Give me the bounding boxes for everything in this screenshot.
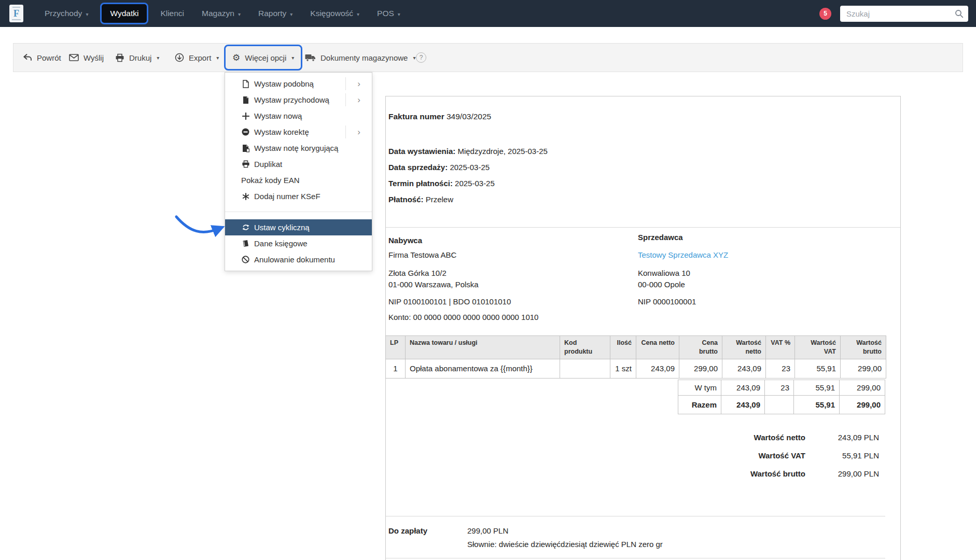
gear-icon: ⚙ [232, 53, 240, 62]
submenu-chevron-icon: › [357, 95, 360, 104]
send-button[interactable]: Wyślij [69, 44, 104, 72]
nav-item-raporty[interactable]: Raporty▾ [249, 0, 301, 27]
chevron-down-icon: ▾ [216, 55, 219, 61]
sale-date-label: Data sprzedaży: [388, 163, 448, 172]
printer-icon [115, 53, 124, 62]
total-vat-row: Wartość VAT 55,91 PLN [750, 451, 879, 461]
back-button[interactable]: Powrót [23, 44, 61, 72]
menu-divider [225, 212, 372, 212]
top-navbar: F Przychody▾ Wydatki Klienci Magazyn▾ Ra… [0, 0, 976, 27]
menu-item-dane-ksiegowe[interactable]: Dane księgowe [225, 235, 372, 251]
download-circle-icon [175, 53, 184, 62]
menu-item-anulowanie-dokumentu[interactable]: Anulowanie dokumentu [225, 251, 372, 268]
more-options-menu: Wystaw podobną › Wystaw przychodową › Wy… [225, 72, 372, 271]
export-button[interactable]: Export ▾ [175, 44, 219, 72]
submenu-chevron-icon: › [357, 79, 360, 88]
invoice-items-table: LP Nazwa towaru / usługi Kod produktu Il… [385, 335, 886, 379]
menu-item-wystaw-podobna[interactable]: Wystaw podobną › [225, 76, 372, 92]
nav-item-wydatki[interactable]: Wydatki [100, 3, 148, 24]
seller-header: Sprzedawca [638, 233, 683, 242]
nav-item-magazyn[interactable]: Magazyn▾ [193, 0, 249, 27]
menu-item-wystaw-nowa[interactable]: Wystaw nową [225, 108, 372, 124]
menu-item-pokaz-kody-ean[interactable]: Pokaż kody EAN [225, 172, 372, 188]
due-date-label: Termin płatności: [388, 179, 453, 188]
back-arrow-icon [23, 53, 32, 62]
submenu-chevron-icon: › [357, 128, 360, 136]
invoice-number: 349/03/2025 [447, 112, 491, 121]
seller-tax-id: NIP 0000100001 [638, 297, 696, 306]
chevron-down-icon: ▾ [86, 11, 88, 17]
invoice-dates: Data wystawienia: Międzyzdroje, 2025-03-… [388, 146, 548, 210]
more-options-button[interactable]: ⚙ Więcej opcji ▾ [224, 45, 302, 71]
envelope-icon [69, 54, 79, 61]
total-netto-row: Wartość netto 243,09 PLN [750, 432, 879, 443]
issue-date-label: Data wystawienia: [388, 147, 455, 156]
buyer-tax-id: NIP 0100100101 | BDO 010101010 [388, 297, 511, 306]
amount-due-label: Do zapłaty [388, 524, 467, 551]
print-button[interactable]: Drukuj ▾ [115, 44, 159, 72]
menu-separator [345, 93, 346, 106]
issue-date-value: Międzyzdroje, 2025-03-25 [457, 147, 547, 156]
due-date-value: 2025-03-25 [455, 179, 495, 188]
buyer-name: Firma Testowa ABC [388, 250, 456, 259]
main-menu: Przychody▾ Wydatki Klienci Magazyn▾ Rapo… [36, 0, 409, 27]
total-brutto-row: Wartość brutto 299,00 PLN [750, 469, 879, 479]
invoice-totals: Wartość netto 243,09 PLN Wartość VAT 55,… [750, 432, 879, 487]
invoice-number-label: Faktura numer [388, 112, 444, 121]
refresh-icon [241, 223, 250, 231]
menu-item-wystaw-przychodowa[interactable]: Wystaw przychodową › [225, 92, 372, 108]
buyer-account: Konto: 00 0000 0000 0000 0000 0000 1010 [388, 313, 538, 321]
logo-letter: F [13, 8, 19, 19]
invoice-preview: Faktura numer 349/03/2025 Data wystawien… [385, 96, 901, 560]
help-button[interactable]: ? [416, 44, 426, 72]
sale-date-value: 2025-03-25 [450, 163, 490, 172]
vat-summary-table: W tym 243,09 23 55,91 299,00 Razem 243,0… [678, 380, 885, 414]
razem-row: Razem 243,09 55,91 299,00 [678, 396, 885, 414]
menu-item-duplikat[interactable]: Duplikat [225, 156, 372, 172]
divider [386, 227, 900, 228]
table-row: 1 Opłata abonamentowa za {{month}} 1 szt… [386, 359, 886, 379]
annotation-arrow [173, 213, 229, 240]
buyer-header: Nabywca [388, 233, 422, 248]
nav-item-klienci[interactable]: Klienci [151, 0, 193, 27]
asterisk-icon [241, 193, 250, 200]
printer-icon [241, 160, 250, 168]
notification-badge[interactable]: 5 [819, 8, 831, 20]
invoice-number-line: Faktura numer 349/03/2025 [388, 112, 491, 121]
chevron-down-icon: ▾ [238, 11, 241, 17]
amount-due-values: 299,00 PLN Słownie: dwieście dziewięćdzi… [467, 524, 663, 551]
menu-item-wystaw-korekte[interactable]: Wystaw korektę › [225, 124, 372, 140]
document-toolbar: Powrót Wyślij Drukuj ▾ Export ▾ ⚙ Więcej… [13, 43, 963, 72]
payment-value: Przelew [426, 195, 453, 204]
file-outline-icon [241, 80, 250, 88]
amount-in-words: Słownie: dwieście dziewięćdziesiąt dziew… [467, 538, 663, 551]
search-icon[interactable] [955, 9, 964, 18]
menu-separator [345, 125, 346, 138]
chevron-down-icon: ▾ [413, 55, 415, 61]
divider [386, 516, 885, 516]
menu-item-wystaw-note[interactable]: Wystaw notę korygującą [225, 140, 372, 156]
chevron-down-icon: ▾ [398, 11, 400, 17]
warehouse-documents-button[interactable]: Dokumenty magazynowe ▾ [305, 44, 415, 72]
search-box [840, 6, 968, 22]
menu-item-dodaj-numer-ksef[interactable]: Dodaj numer KSeF [225, 188, 372, 204]
amount-due-value: 299,00 PLN [467, 524, 663, 538]
navbar-right: 5 [819, 6, 968, 22]
nav-item-przychody[interactable]: Przychody▾ [36, 0, 97, 27]
chevron-down-icon: ▾ [357, 11, 359, 17]
nav-item-ksiegowosc[interactable]: Księgowość▾ [301, 0, 368, 27]
app-logo[interactable]: F [9, 5, 23, 22]
chevron-down-icon: ▾ [291, 55, 294, 61]
file-filled-icon [241, 96, 250, 104]
book-icon [241, 240, 250, 247]
search-input[interactable] [840, 6, 968, 22]
menu-item-ustaw-cykliczna[interactable]: Ustaw cykliczną [225, 219, 372, 235]
nav-item-pos[interactable]: POS▾ [368, 0, 409, 27]
chevron-down-icon: ▾ [290, 11, 292, 17]
payment-label: Płatność: [388, 195, 424, 204]
chevron-down-icon: ▾ [157, 55, 159, 61]
truck-icon [305, 54, 316, 62]
note-icon [241, 144, 250, 152]
menu-separator [345, 77, 346, 90]
seller-name-link[interactable]: Testowy Sprzedawca XYZ [638, 250, 728, 259]
